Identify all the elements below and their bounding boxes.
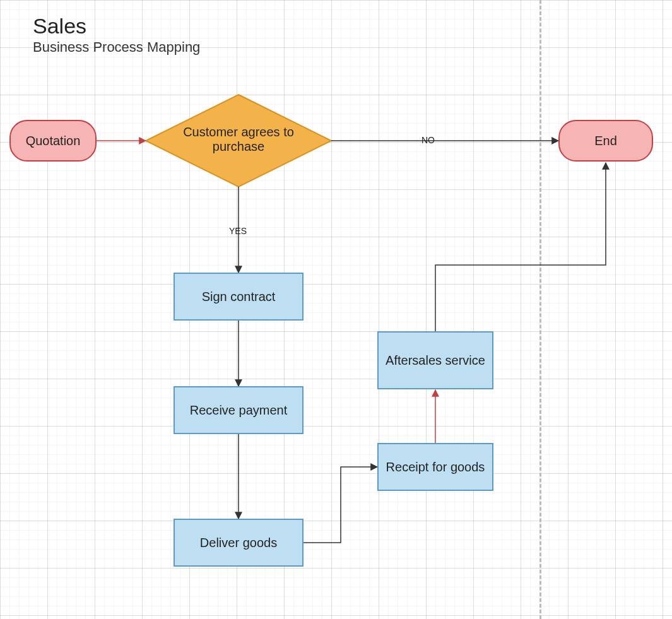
node-deliver-goods[interactable]: Deliver goods — [174, 519, 304, 567]
page-subtitle: Business Process Mapping — [33, 39, 200, 56]
node-end[interactable]: End — [558, 120, 653, 162]
node-label: Receive payment — [190, 403, 288, 418]
edge-label-no: NO — [421, 135, 435, 145]
node-label: End — [594, 134, 617, 148]
node-label: Receipt for goods — [386, 460, 485, 475]
diagram-canvas: Sales Business Process Mapping — [0, 0, 672, 619]
swimlane-divider — [539, 0, 541, 619]
node-sign-contract[interactable]: Sign contract — [174, 273, 304, 321]
node-receipt-goods[interactable]: Receipt for goods — [377, 443, 493, 491]
edge-aftersales-end — [435, 163, 606, 331]
edge-label-yes: YES — [229, 226, 247, 236]
node-receive-payment[interactable]: Receive payment — [174, 386, 304, 434]
node-label: Aftersales service — [386, 353, 485, 368]
page-title: Sales — [33, 14, 86, 38]
node-label: Sign contract — [202, 290, 276, 304]
node-label: Deliver goods — [200, 536, 277, 550]
node-label: Quotation — [26, 134, 81, 148]
connectors — [0, 0, 672, 619]
edge-deliver-receipt — [304, 467, 377, 543]
node-aftersales[interactable]: Aftersales service — [377, 331, 493, 389]
node-quotation[interactable]: Quotation — [9, 120, 97, 162]
node-decision-label: Customer agrees to purchase — [156, 125, 321, 154]
